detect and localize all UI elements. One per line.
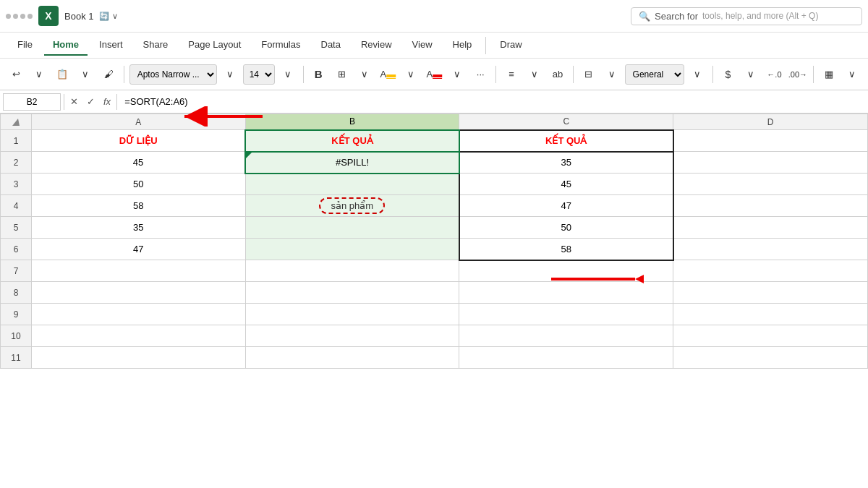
tab-page-layout[interactable]: Page Layout (179, 35, 250, 56)
cell-b6[interactable] (245, 239, 459, 260)
cell-b3[interactable] (245, 174, 459, 195)
cond-dropdown[interactable]: ∨ (842, 64, 862, 85)
cell-b9[interactable] (245, 304, 459, 325)
cell-c1[interactable]: KẾT QUẢ (459, 130, 673, 152)
cell-d10[interactable] (673, 325, 868, 347)
cell-a7[interactable] (32, 260, 246, 282)
cancel-icon[interactable]: ✕ (67, 96, 81, 107)
cell-a1[interactable]: DỮ LIỆU (32, 130, 246, 152)
cell-a4[interactable]: 58 (32, 195, 246, 217)
cell-c6[interactable]: 58 (459, 239, 673, 260)
number-dropdown[interactable]: ∨ (687, 64, 707, 85)
cell-b8[interactable] (245, 282, 459, 304)
cell-b11[interactable] (245, 347, 459, 369)
col-header-d[interactable]: D (673, 114, 868, 130)
cell-a6[interactable]: 47 (32, 239, 246, 260)
row-num-10: 10 (1, 325, 32, 347)
cell-reference-box[interactable] (3, 93, 61, 111)
dot2 (13, 14, 18, 19)
tab-view[interactable]: View (404, 35, 441, 56)
font-select[interactable]: Aptos Narrow ... (129, 64, 217, 85)
increase-decimal[interactable]: .00→ (787, 64, 808, 85)
format-painter[interactable]: 🖌 (98, 64, 119, 85)
decrease-decimal[interactable]: ←.0 (764, 64, 784, 85)
tab-insert[interactable]: Insert (90, 35, 132, 56)
font-color-dropdown[interactable]: ∨ (447, 64, 467, 85)
cell-b7[interactable] (245, 260, 459, 282)
sep3 (495, 66, 496, 83)
col-header-c[interactable]: C (459, 114, 673, 130)
merge-dropdown[interactable]: ∨ (602, 64, 622, 85)
cell-d1[interactable] (673, 130, 868, 152)
cell-c8[interactable] (459, 282, 673, 304)
clipboard-dropdown[interactable]: ∨ (75, 64, 95, 85)
cell-c11[interactable] (459, 347, 673, 369)
cell-c2[interactable]: 35 (459, 152, 673, 174)
cell-d4[interactable] (673, 195, 868, 217)
cell-c5[interactable]: 50 (459, 217, 673, 239)
cell-b4[interactable]: sản phẩm (245, 195, 459, 217)
undo-dropdown[interactable]: ∨ (29, 64, 49, 85)
align-button[interactable]: ≡ (501, 64, 522, 85)
cell-a3[interactable]: 50 (32, 174, 246, 195)
tab-formulas[interactable]: Formulas (252, 35, 309, 56)
tab-draw[interactable]: Draw (491, 35, 530, 56)
search-box[interactable]: 🔍 Search for tools, help, and more (Alt … (631, 7, 862, 25)
font-dropdown[interactable]: ∨ (220, 64, 240, 85)
col-header-a[interactable]: A (32, 114, 246, 130)
cell-b2[interactable]: #SPILL! (245, 152, 459, 174)
borders-button[interactable]: ⊞ (331, 64, 352, 85)
align-dropdown[interactable]: ∨ (524, 64, 545, 85)
cell-a10[interactable] (32, 325, 246, 347)
cell-d8[interactable] (673, 282, 868, 304)
tab-help[interactable]: Help (444, 35, 481, 56)
undo-button[interactable]: ↩ (6, 64, 26, 85)
cell-c7[interactable] (459, 260, 673, 282)
dollar-dropdown[interactable]: ∨ (741, 64, 761, 85)
confirm-icon[interactable]: ✓ (84, 96, 98, 107)
tab-file[interactable]: File (9, 35, 41, 56)
font-size-select[interactable]: 14 (243, 64, 275, 85)
cell-a11[interactable] (32, 347, 246, 369)
cell-d3[interactable] (673, 174, 868, 195)
fill-color-button[interactable]: A▬ (378, 64, 398, 85)
fill-dropdown[interactable]: ∨ (401, 64, 421, 85)
cell-a5[interactable]: 35 (32, 217, 246, 239)
tab-home[interactable]: Home (44, 35, 88, 56)
cell-b5[interactable] (245, 217, 459, 239)
tab-review[interactable]: Review (352, 35, 401, 56)
cell-d6[interactable] (673, 239, 868, 260)
font-size-dropdown[interactable]: ∨ (278, 64, 298, 85)
cell-c9[interactable] (459, 304, 673, 325)
cell-a8[interactable] (32, 282, 246, 304)
cell-d11[interactable] (673, 347, 868, 369)
more-button[interactable]: ··· (470, 64, 490, 85)
cell-c3[interactable]: 45 (459, 174, 673, 195)
cell-a2[interactable]: 45 (32, 152, 246, 174)
cell-b10[interactable] (245, 325, 459, 347)
cell-d7[interactable] (673, 260, 868, 282)
number-format-select[interactable]: General (625, 64, 684, 85)
cell-d5[interactable] (673, 217, 868, 239)
tab-share[interactable]: Share (135, 35, 177, 56)
font-color-button[interactable]: A▬ (424, 64, 444, 85)
conditional-format[interactable]: ▦ (819, 64, 839, 85)
dot4 (27, 14, 33, 19)
cell-c10[interactable] (459, 325, 673, 347)
cell-d9[interactable] (673, 304, 868, 325)
formula-content[interactable]: =SORT(A2:A6) (120, 96, 865, 107)
wrap-button[interactable]: ab (548, 64, 568, 85)
cell-a9[interactable] (32, 304, 246, 325)
tab-data[interactable]: Data (312, 35, 349, 56)
dollar-button[interactable]: $ (718, 64, 738, 85)
clipboard-button[interactable]: 📋 (52, 64, 72, 85)
merge-button[interactable]: ⊟ (579, 64, 599, 85)
cell-b1[interactable]: KẾT QUẢ (245, 130, 459, 152)
cell-d2[interactable] (673, 152, 868, 174)
cell-c4[interactable]: 47 (459, 195, 673, 217)
fx-icon[interactable]: fx (101, 96, 114, 107)
col-header-b[interactable]: B (245, 114, 459, 130)
toolbar: ↩ ∨ 📋 ∨ 🖌 Aptos Narrow ... ∨ 14 ∨ B ⊞ ∨ … (0, 59, 868, 90)
borders-dropdown[interactable]: ∨ (354, 64, 375, 85)
bold-button[interactable]: B (308, 64, 328, 85)
